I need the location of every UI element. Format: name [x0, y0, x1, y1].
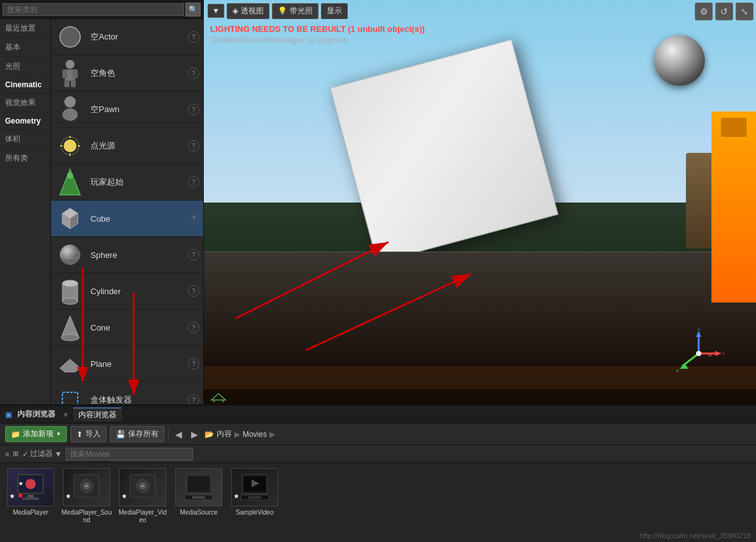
breadcrumb-movies[interactable]: Movies [243, 430, 267, 439]
list-item-point-light[interactable]: 点光源 ? [51, 128, 203, 164]
show-button[interactable]: 显示 [321, 3, 348, 19]
viewport[interactable]: Z X Y ▼ ◈ 透视图 💡 带光照 显示 LI [204, 0, 756, 404]
mediaplayer-sound-asterisk: * [66, 493, 70, 504]
sphere-label: Sphere [90, 250, 188, 260]
point-light-help[interactable]: ? [188, 140, 199, 152]
cylinder-help[interactable]: ? [188, 285, 199, 297]
content-browser-toolbar: 📁 添加新项 ▼ ⬆ 导入 💾 保存所有 ◀ ▶ 📂 内容 ▶ Movies ▶ [0, 424, 756, 445]
add-new-button[interactable]: 📁 添加新项 ▼ [5, 426, 67, 442]
asset-mediaplayer-video[interactable]: * MediaPlayer_Video [117, 468, 168, 524]
mediaplayer-video-label: MediaPlayer_Video [117, 509, 168, 524]
list-item-plane[interactable]: Plane ? [51, 346, 203, 382]
breadcrumb-arrow-1: ▶ [234, 430, 240, 439]
search-movies-input[interactable] [66, 448, 193, 460]
mediaplayer-video-asterisk: * [122, 493, 126, 504]
category-lighting[interactable]: 光照 [0, 57, 50, 76]
asset-mediaplayer[interactable]: ★ * MediaPlayer [5, 468, 56, 517]
breadcrumb-arrow-2: ▶ [269, 430, 275, 439]
search-button[interactable]: 🔍 [185, 3, 201, 17]
player-start-icon [55, 167, 85, 197]
point-light-icon [55, 131, 85, 161]
add-new-dropdown-arrow: ▼ [56, 431, 61, 437]
breadcrumb-content[interactable]: 内容 [217, 429, 232, 439]
dropdown-arrow-icon: ▼ [212, 6, 220, 15]
list-item-cube[interactable]: Cube ? [51, 201, 203, 237]
refresh-icon-btn[interactable]: ↺ [715, 3, 733, 20]
svg-point-42 [708, 353, 712, 357]
save-all-button[interactable]: 💾 保存所有 [110, 426, 164, 442]
list-item-empty-char[interactable]: 空角色 ? [51, 55, 203, 92]
cube-help[interactable]: ? [188, 213, 199, 224]
sphere-icon [55, 239, 85, 270]
search-input[interactable] [3, 3, 184, 16]
search-bar: 🔍 [0, 0, 203, 19]
asset-mediasource[interactable]: MediaSource [173, 468, 224, 517]
sphere-help[interactable]: ? [188, 249, 199, 260]
watermark: http://blog.csdn.net/sinat_35900218 [640, 532, 751, 539]
nav-back-button[interactable]: ◀ [173, 428, 185, 441]
nav-forward-button[interactable]: ▶ [189, 428, 201, 441]
svg-text:Y: Y [676, 368, 680, 374]
box-trigger-label: 盒体触发器 [90, 394, 188, 404]
viewport-dropdown[interactable]: ▼ [208, 4, 224, 18]
content-browser-tab[interactable]: 内容浏览器 [73, 408, 122, 422]
empty-char-help[interactable]: ? [188, 68, 199, 79]
svg-rect-67 [192, 496, 205, 499]
empty-actor-help[interactable]: ? [188, 31, 199, 43]
list-item-empty-actor[interactable]: 空Actor ? [51, 19, 203, 55]
svg-point-54 [18, 494, 22, 497]
cone-help[interactable]: ? [188, 322, 199, 333]
category-recent[interactable]: 最近放置 [0, 19, 50, 38]
mediasource-thumbnail [175, 468, 222, 506]
list-item-sphere[interactable]: Sphere ? [51, 237, 203, 273]
content-browser-close[interactable]: × [63, 410, 68, 420]
category-geometry[interactable]: Geometry [0, 113, 50, 130]
mediaplayer-label: MediaPlayer [13, 509, 48, 517]
list-item-cone[interactable]: Cone ? [51, 310, 203, 346]
settings-icon-btn[interactable]: ⚙ [695, 3, 713, 20]
svg-rect-52 [22, 497, 39, 500]
svg-marker-35 [715, 351, 722, 356]
category-list: 最近放置 基本 光照 Cinematic 视觉效果 Geometry 体积 所有… [0, 19, 51, 404]
category-cinematic[interactable]: Cinematic [0, 76, 50, 94]
show-label: 显示 [327, 6, 342, 17]
empty-pawn-help[interactable]: ? [188, 104, 199, 115]
empty-pawn-icon [55, 94, 85, 125]
empty-char-label: 空角色 [90, 68, 188, 79]
list-item-cylinder[interactable]: Cylinder ? [51, 273, 203, 310]
save-all-label: 保存所有 [128, 429, 159, 439]
category-basic[interactable]: 基本 [0, 38, 50, 57]
category-volume[interactable]: 体积 [0, 130, 50, 149]
warning-subtext: 'DisableAllScreenMessages' to suppress [210, 36, 348, 45]
sphere-reflection [654, 35, 705, 86]
filter-arrow: ▼ [54, 450, 62, 459]
svg-rect-30 [62, 392, 78, 404]
item-list: 空Actor ? 空角色 ? [51, 19, 203, 404]
plane-help[interactable]: ? [188, 358, 199, 369]
fullscreen-icon-btn[interactable]: ⤡ [736, 3, 753, 20]
perspective-button[interactable]: ◈ 透视图 [227, 3, 269, 19]
yellow-character [711, 111, 756, 303]
list-item-player-start[interactable]: 玩家起始 ? [51, 164, 203, 201]
filter-dropdown[interactable]: ✓ 过滤器 ▼ [22, 448, 62, 459]
asset-mediaplayer-sound[interactable]: * MediaPlayer_Sound [61, 468, 112, 524]
svg-point-53 [25, 479, 36, 489]
add-icon: 📁 [11, 430, 20, 439]
cube-icon [55, 203, 85, 234]
asset-samplevideo[interactable]: * SampleVideo [229, 468, 280, 517]
list-item-empty-pawn[interactable]: 空Pawn ? [51, 92, 203, 128]
content-browser-icon: ▣ [5, 410, 12, 419]
perspective-icon: ◈ [232, 6, 238, 15]
list-item-box-trigger[interactable]: 盒体触发器 ? [51, 382, 203, 404]
category-all[interactable]: 所有类 [0, 149, 50, 168]
svg-text:★: ★ [18, 481, 24, 487]
samplevideo-asterisk: * [234, 493, 238, 504]
player-start-help[interactable]: ? [188, 176, 199, 188]
breadcrumb-folder-icon: 📂 [204, 430, 214, 439]
import-button[interactable]: ⬆ 导入 [71, 426, 106, 442]
svg-point-22 [60, 245, 80, 265]
box-trigger-help[interactable]: ? [188, 394, 199, 404]
lighting-button[interactable]: 💡 带光照 [272, 3, 318, 19]
category-visual[interactable]: 视觉效果 [0, 94, 50, 113]
svg-point-9 [62, 108, 78, 121]
